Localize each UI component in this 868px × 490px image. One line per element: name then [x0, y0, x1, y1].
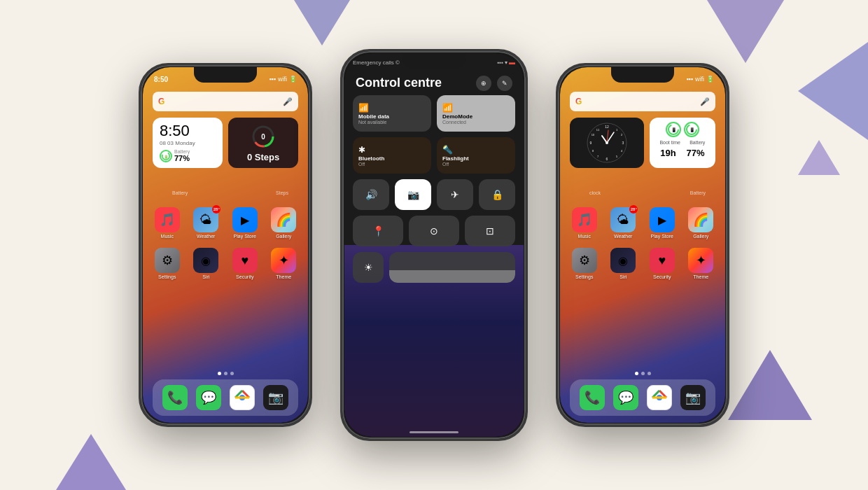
dock-phone-left[interactable]: 📞 — [162, 385, 188, 410]
phone-left: 8:50 ▪▪▪ wifi 🔋 G 🎤 8:50 08 03 Monday — [139, 63, 312, 427]
app-weather-right[interactable]: 🌤 28° Weather — [606, 207, 641, 239]
cc-sound-tile[interactable]: 🔊 — [353, 179, 389, 210]
clock-widget-right[interactable]: 12 3 6 9 1 2 4 5 7 8 10 11 — [570, 118, 644, 168]
app-playstore-right[interactable]: ▶ Play Store — [645, 207, 680, 239]
signal-icon-right: ▪▪▪ — [686, 76, 693, 83]
svg-text:9: 9 — [590, 141, 592, 145]
cc-demomode-sub: Connected — [442, 120, 466, 125]
analog-clock-right: 12 3 6 9 1 2 4 5 7 8 10 11 — [586, 122, 628, 164]
cc-airplane-tile[interactable]: ✈ — [437, 179, 473, 210]
dock-left: 📞 💬 📷 — [153, 379, 298, 416]
cc-mobile-data-tile[interactable]: 📶 Mobile data Not available — [353, 95, 431, 132]
steps-widget-left[interactable]: 0 0 Steps — [228, 118, 298, 168]
cc-edit-icon[interactable]: ✎ — [497, 76, 512, 91]
app-gallery-left[interactable]: 🌈 Gallery — [267, 207, 302, 239]
boot-time-label: Boot time — [659, 140, 680, 145]
battery-pct-right: 77% — [687, 148, 705, 158]
app-grid-row1-left: 🎵 Music 🌤 28° Weather ▶ Play Store 🌈 — [150, 207, 301, 239]
app-grid-row2-left: ⚙ Settings ◉ Siri ♥ Security ✦ Theme — [150, 248, 301, 279]
notch-center — [402, 53, 465, 69]
music-icon-left: 🎵 — [155, 207, 180, 232]
svg-text:12: 12 — [605, 125, 609, 129]
cc-sun-tile[interactable]: ☀ — [353, 252, 384, 283]
music-icon-right: 🎵 — [572, 207, 597, 232]
app-security-right[interactable]: ♥ Security — [645, 248, 680, 279]
widget-label-clock-right: clock — [589, 190, 601, 195]
settings-label-right: Settings — [575, 274, 593, 279]
dock-camera-left[interactable]: 📷 — [263, 385, 288, 410]
svg-text:📱: 📱 — [671, 127, 676, 133]
dock-messages-left[interactable]: 💬 — [196, 385, 221, 410]
app-theme-left[interactable]: ✦ Theme — [267, 248, 302, 279]
dock-phone-right[interactable]: 📞 — [580, 385, 605, 410]
cc-lock-tile[interactable]: 🔒 — [479, 179, 515, 210]
home-indicator-center — [410, 431, 458, 433]
app-playstore-left[interactable]: ▶ Play Store — [227, 207, 262, 239]
clock-time-left: 8:50 — [160, 123, 216, 139]
dock-chrome-right[interactable] — [647, 385, 672, 410]
app-grid-row1-right: 🎵 Music 🌤 28° Weather ▶ Play Store 🌈 — [567, 207, 718, 239]
cc-bluetooth-tile[interactable]: ✱ Bluetooth Off — [353, 137, 431, 174]
svg-text:3: 3 — [622, 141, 624, 145]
app-siri-right[interactable]: ◉ Siri — [606, 248, 641, 279]
cc-screenshot-tile[interactable]: ⊡ — [465, 216, 515, 246]
phones-wrapper: 8:50 ▪▪▪ wifi 🔋 G 🎤 8:50 08 03 Monday — [0, 0, 868, 490]
security-icon-right: ♥ — [650, 248, 675, 273]
dock-chrome-left[interactable] — [230, 385, 255, 410]
dot-2-left — [224, 372, 227, 375]
google-logo-left: G — [158, 97, 164, 106]
widget-label-battery-right: Battery — [690, 190, 706, 195]
battery-mini-left: 🔋 Battery 77% — [160, 149, 216, 162]
playstore-icon-right: ▶ — [650, 207, 675, 232]
cc-brightness-slider[interactable] — [389, 252, 515, 283]
dock-camera-right[interactable]: 📷 — [680, 385, 706, 410]
clock-widget-left[interactable]: 8:50 08 03 Monday 🔋 Battery 77% — [153, 118, 223, 168]
phone-center-inner: Emergency calls © ▪▪▪ ▾ ▬ Control centre… — [344, 53, 524, 437]
svg-text:11: 11 — [596, 128, 600, 132]
gallery-icon-right: 🌈 — [688, 207, 713, 232]
phone-right-inner: ▪▪▪ wifi 🔋 G 🎤 12 — [560, 67, 725, 423]
security-icon-left: ♥ — [232, 248, 258, 273]
cc-bluetooth-title: Bluetooth — [358, 156, 384, 162]
steps-count-left: 0 Steps — [247, 152, 279, 162]
app-security-left[interactable]: ♥ Security — [227, 248, 262, 279]
phone-center: Emergency calls © ▪▪▪ ▾ ▬ Control centre… — [340, 49, 528, 441]
cc-row-4: 📍 ⊙ ⊡ — [353, 216, 515, 246]
app-gallery-right[interactable]: 🌈 Gallery — [684, 207, 719, 239]
cc-camera-tile[interactable]: 📷 — [395, 179, 431, 210]
cc-customize-icon[interactable]: ⊕ — [476, 76, 491, 91]
app-music-right[interactable]: 🎵 Music — [567, 207, 602, 239]
battery-label-left: Battery — [174, 149, 190, 154]
dot-2-right — [641, 372, 645, 375]
search-bar-left[interactable]: G 🎤 — [153, 92, 298, 111]
battery-circle-2: 📱 — [684, 122, 699, 137]
battery-widget-right[interactable]: 📱 📱 Boot time Battery — [650, 118, 715, 168]
app-siri-left[interactable]: ◉ Siri — [189, 248, 224, 279]
cc-wifi: ▾ — [505, 59, 507, 66]
svg-point-24 — [606, 141, 608, 144]
cc-demomode-icon: 📶 — [442, 103, 453, 113]
theme-label-right: Theme — [693, 274, 708, 279]
security-label-left: Security — [236, 274, 253, 279]
app-theme-right[interactable]: ✦ Theme — [684, 248, 719, 279]
weather-icon-right: 🌤 28° — [610, 207, 636, 232]
cc-location-tile[interactable]: 📍 — [353, 216, 403, 246]
cc-bluetooth-sub: Off — [358, 162, 365, 167]
dock-messages-right[interactable]: 💬 — [613, 385, 638, 410]
app-music-left[interactable]: 🎵 Music — [150, 207, 185, 239]
cc-flashlight-sub: Off — [442, 162, 449, 167]
settings-icon-right: ⚙ — [572, 248, 597, 273]
mic-icon-right: 🎤 — [700, 97, 710, 106]
signal-icon: ▪▪▪ — [269, 76, 276, 83]
app-settings-right[interactable]: ⚙ Settings — [567, 248, 602, 279]
cc-signal-icons: ▪▪▪ ▾ ▬ — [497, 59, 515, 66]
cc-row-5: ☀ — [353, 252, 515, 283]
app-weather-left[interactable]: 🌤 28° Weather — [189, 207, 224, 239]
app-settings-left[interactable]: ⚙ Settings — [150, 248, 185, 279]
cc-demomode-tile[interactable]: 📶 DemoMode Connected — [437, 95, 515, 132]
svg-text:📱: 📱 — [689, 127, 694, 133]
cc-flashlight-tile[interactable]: 🔦 Flashlight Off — [437, 137, 515, 174]
search-bar-right[interactable]: G 🎤 — [570, 92, 715, 111]
cc-screenrecord-tile[interactable]: ⊙ — [409, 216, 459, 246]
siri-label-left: Siri — [202, 274, 209, 279]
